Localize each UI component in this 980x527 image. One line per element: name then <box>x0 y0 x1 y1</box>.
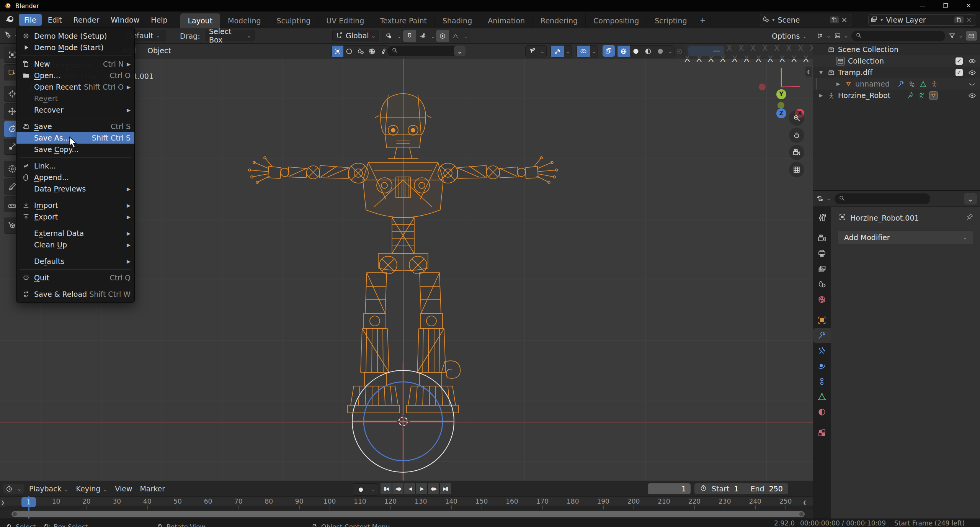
file-menu-item-open[interactable]: Open...Ctrl O <box>16 70 134 81</box>
properties-tab-physics[interactable] <box>813 358 831 374</box>
add-workspace-button[interactable]: + <box>695 13 711 27</box>
file-menu-item-defaults[interactable]: Defaults▶ <box>16 255 134 267</box>
properties-tab-object-data[interactable] <box>813 389 831 404</box>
timeline-scrollbar[interactable] <box>11 511 805 517</box>
playhead-frame-pill[interactable]: 1 <box>21 497 36 507</box>
snap-with-icon[interactable] <box>382 30 395 42</box>
workspace-tab-modeling[interactable]: Modeling <box>220 13 269 28</box>
menu-render[interactable]: Render <box>68 14 105 26</box>
add-modifier-dropdown[interactable]: Add Modifier ⌄ <box>838 231 974 244</box>
current-frame-field[interactable]: 1 <box>648 483 691 494</box>
object-types-chevron[interactable]: ⌄ <box>539 46 546 57</box>
properties-tab-object[interactable] <box>813 313 831 328</box>
shading-material-icon[interactable] <box>642 46 654 57</box>
frame-range-controls[interactable]: Start 1 End 250 <box>694 483 788 494</box>
copy-view-layer-icon[interactable] <box>954 16 964 23</box>
eye-closed-icon[interactable] <box>968 80 976 88</box>
file-menu-item-export[interactable]: Export▶ <box>16 211 134 223</box>
select-box-icon[interactable] <box>332 46 343 57</box>
file-menu-item-open-recent[interactable]: Open RecentShift Ctrl O▶ <box>16 81 134 93</box>
editor-type-outliner-icon[interactable]: ⌄ <box>816 32 831 40</box>
file-menu-item-demo-mode-start[interactable]: Demo Mode (Start) <box>16 42 134 53</box>
file-menu-item-clean-up[interactable]: Clean Up▶ <box>16 239 134 250</box>
exclude-checkbox[interactable]: ✓ <box>956 69 963 76</box>
outliner-row-horzine-robot[interactable]: ▶Horzine_Robot <box>813 90 980 101</box>
options-dropdown[interactable]: Options⌄ <box>772 32 807 40</box>
snapping-controls[interactable]: ⌄ <box>403 30 437 42</box>
gizmo-icon[interactable] <box>551 46 564 57</box>
falloff-icon[interactable] <box>449 30 462 42</box>
properties-tab-world[interactable] <box>813 292 831 307</box>
workspace-tab-sculpting[interactable]: Sculpting <box>269 13 319 28</box>
outliner-display-mode-icon[interactable]: ⌄ <box>834 32 848 40</box>
jump-to-end-button[interactable]: ▶▮ <box>440 483 451 494</box>
camera-view-icon[interactable] <box>789 145 804 160</box>
snap-pivot-dropdown[interactable]: ⌄ <box>382 30 403 42</box>
workspace-tab-layout[interactable]: Layout <box>180 13 220 28</box>
sidebar-collapse-arrow[interactable]: ❮ <box>805 67 812 77</box>
tri-icon[interactable] <box>920 80 927 88</box>
copy-scene-icon[interactable] <box>830 16 839 23</box>
outliner-row-collection[interactable]: Collection✓ <box>813 55 980 67</box>
wrench-icon[interactable] <box>897 80 905 88</box>
viewport-search[interactable] <box>387 46 459 56</box>
scene-selector[interactable]: ▾ Scene ✕ <box>760 14 851 26</box>
shading-dropdown[interactable]: ⌄ <box>666 46 674 57</box>
drag-mode-dropdown[interactable]: Select Box⌄ <box>206 30 255 41</box>
snap-toggle-icon[interactable] <box>403 30 416 42</box>
workspace-tab-shading[interactable]: Shading <box>435 13 480 28</box>
overlays-icon[interactable] <box>577 46 590 57</box>
gizmo-chevron[interactable]: ⌄ <box>564 46 572 57</box>
runner-icon[interactable] <box>907 92 914 99</box>
file-menu-item-append[interactable]: Append... <box>16 172 134 183</box>
overlays-dropdown[interactable]: ⌄ <box>577 45 598 57</box>
proportional-editing-toggle[interactable] <box>436 30 449 42</box>
shading-rendered-icon[interactable] <box>654 46 666 57</box>
workspace-tab-compositing[interactable]: Compositing <box>586 13 647 28</box>
file-menu-item-external-data[interactable]: External Data▶ <box>16 227 134 239</box>
proportional-editing-controls[interactable]: ⌄ <box>436 30 470 42</box>
file-menu-item-recover[interactable]: Recover▶ <box>16 104 134 116</box>
properties-tab-render[interactable] <box>813 231 831 246</box>
properties-tab-tool[interactable] <box>813 210 831 225</box>
overlays-chevron[interactable]: ⌄ <box>590 46 598 57</box>
xray-toggle[interactable] <box>603 45 615 57</box>
grid-ortho-icon[interactable] <box>789 162 804 177</box>
menu-window[interactable]: Window <box>105 14 145 26</box>
axis-z-ball[interactable]: Z <box>776 108 786 118</box>
editor-type-timeline-icon[interactable]: ⌄ <box>3 484 24 494</box>
restore-button[interactable]: ❐ <box>934 0 957 11</box>
timeline-menu-playback[interactable]: Playback⌄ <box>25 483 72 494</box>
shading-solid-icon[interactable] <box>630 46 642 57</box>
gizmos-dropdown[interactable]: ⌄ <box>550 45 572 57</box>
outliner-row-unnamed[interactable]: ▶unnamed <box>813 78 980 90</box>
timeline-ruler[interactable]: 1020304050607080901001101201301401501601… <box>0 496 813 506</box>
file-menu-item-new[interactable]: NewCtrl N▶ <box>16 58 134 70</box>
start-value[interactable]: 1 <box>734 484 738 493</box>
outliner-row-tramp-dff[interactable]: ▼Tramp.dff✓ <box>813 67 980 78</box>
stickman-icon[interactable] <box>918 92 925 99</box>
file-menu-item-save[interactable]: SaveCtrl S <box>16 121 134 132</box>
expander-right-icon[interactable]: ▶ <box>836 81 845 87</box>
object-menu[interactable]: Object <box>147 46 171 55</box>
properties-tab-scene[interactable] <box>813 277 831 292</box>
shading-mode-group[interactable]: ⌄ <box>617 45 675 57</box>
unlink-scene-icon[interactable]: ✕ <box>839 16 850 24</box>
file-menu-item-save-reload[interactable]: Save & ReloadShift Ctrl W <box>16 288 134 300</box>
menu-help[interactable]: Help <box>145 14 173 26</box>
properties-tab-modifiers[interactable] <box>813 328 831 343</box>
dots-icon[interactable] <box>908 80 916 88</box>
scene-icon[interactable] <box>355 46 366 57</box>
exclude-checkbox[interactable]: ✓ <box>956 57 963 65</box>
properties-tab-constraints[interactable] <box>813 374 831 389</box>
properties-tab-output[interactable] <box>813 246 831 261</box>
timeline-menu-keying[interactable]: Keying⌄ <box>72 483 111 494</box>
keying-set-dropdown[interactable]: ⌄ <box>368 484 378 495</box>
meshtri-icon[interactable] <box>929 91 938 100</box>
snap-mode-icon[interactable] <box>416 30 429 42</box>
file-menu-item-demo-mode-setup[interactable]: Demo Mode (Setup) <box>16 30 134 42</box>
shading-sphere-icon[interactable] <box>343 46 355 57</box>
timeline-collapse-arrow[interactable]: ❮ <box>802 498 807 507</box>
outliner-row-scene-collection[interactable]: Scene Collection <box>813 44 980 55</box>
workspace-tab-uv-editing[interactable]: UV Editing <box>318 13 372 28</box>
